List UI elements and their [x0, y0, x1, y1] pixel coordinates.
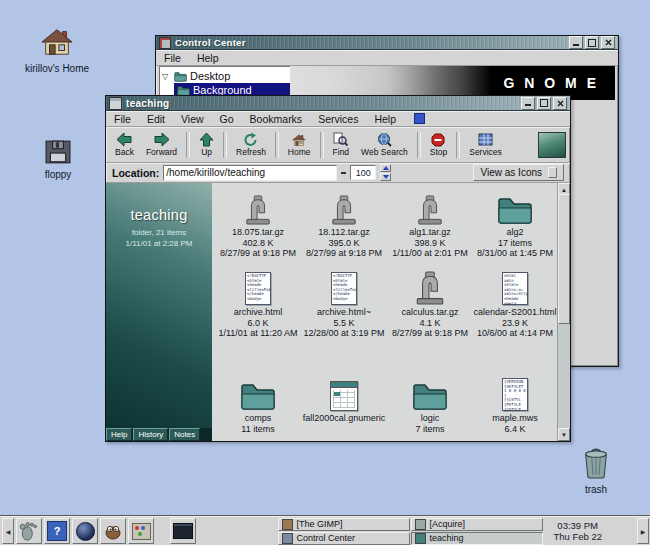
toolbar-separator [320, 132, 324, 158]
vertical-scrollbar[interactable]: ▲ ▼ [557, 183, 570, 441]
task-control-center[interactable]: Control Center [278, 532, 410, 545]
scroll-down-button[interactable]: ▼ [558, 428, 570, 441]
file-size: 395.0 K [328, 238, 359, 249]
menu-file[interactable]: File [106, 112, 139, 126]
launcher-paint[interactable] [128, 518, 154, 544]
file-icon-view[interactable]: 18.075.tar.gz 402.8 K 8/27/99 at 9:18 PM… [212, 183, 570, 441]
home-button[interactable]: Home [283, 130, 316, 160]
launcher-help[interactable]: ? [44, 518, 70, 544]
titlebar[interactable]: teaching [106, 96, 570, 111]
scrollbar-thumb[interactable] [558, 194, 570, 324]
minimize-button[interactable] [569, 36, 583, 49]
stop-button[interactable]: Stop [425, 130, 453, 160]
desktop-icon-home[interactable]: kirillov's Home [22, 26, 92, 74]
gimp-icon [282, 519, 293, 530]
file-size: 7 items [415, 424, 444, 435]
zoom-up-button[interactable] [380, 164, 391, 172]
window-title: Control Center [175, 37, 246, 48]
zoom-down-button[interactable] [380, 173, 391, 181]
file-name: alg2 [506, 227, 523, 238]
maximize-button[interactable] [585, 36, 599, 49]
menu-view[interactable]: View [173, 112, 212, 126]
toolbar-separator [223, 132, 227, 158]
menu-edit[interactable]: Edit [139, 112, 173, 126]
expander-icon[interactable]: ▽ [162, 72, 171, 81]
file-name: 18.075.tar.gz [232, 227, 284, 238]
up-button[interactable]: Up [194, 130, 219, 160]
file-item[interactable]: {VERSION {USTYLET 1 0 0 0 0 } }{CSTYL {P… [473, 375, 557, 434]
panel-hide-right-button[interactable]: ▶ [637, 518, 649, 544]
launcher-gimp[interactable] [100, 518, 126, 544]
file-item[interactable]: <html xmln <html> xmlns:x= xmlns=http <h… [473, 269, 557, 339]
forward-button[interactable]: Forward [141, 130, 182, 160]
minimize-button[interactable] [521, 97, 535, 110]
window-icon [159, 37, 171, 49]
menu-bookmarks[interactable]: Bookmarks [242, 112, 311, 126]
titlebar[interactable]: Control Center [156, 36, 618, 50]
menu-file[interactable]: File [156, 51, 189, 65]
desktop-icon-label: kirillov's Home [22, 63, 92, 74]
dropdown-indicator-icon [548, 167, 557, 178]
menubar: File Help [156, 50, 618, 66]
task-the-gimp[interactable]: [The GIMP] [278, 518, 410, 531]
forward-icon [154, 132, 170, 147]
services-button[interactable]: Services [464, 130, 507, 160]
launcher-terminal[interactable] [170, 518, 196, 544]
location-input[interactable] [163, 165, 337, 181]
toolbar-separator [417, 132, 421, 158]
tree-item-desktop[interactable]: ▽ Desktop [162, 69, 292, 83]
file-date: 8/27/99 at 9:18 PM [306, 248, 382, 259]
file-item[interactable]: 18.112.tar.gz 395.0 K 8/27/99 at 9:18 PM [302, 189, 386, 259]
tab-history[interactable]: History [133, 428, 168, 441]
menu-services[interactable]: Services [310, 112, 366, 126]
task-teaching[interactable]: teaching [411, 532, 543, 545]
file-date: 8/27/99 at 9:18 PM [392, 328, 468, 339]
menu-go[interactable]: Go [212, 112, 242, 126]
magnifier-icon [333, 132, 348, 147]
file-name: calculus.tar.gz [401, 307, 458, 318]
close-icon [557, 100, 564, 107]
toolbar-separator [186, 132, 190, 158]
globe-icon [76, 522, 95, 541]
close-button[interactable] [553, 97, 567, 110]
tab-notes[interactable]: Notes [169, 428, 200, 441]
panel-hide-left-button[interactable]: ◀ [2, 518, 14, 544]
menu-help[interactable]: Help [366, 112, 404, 126]
file-size: 398.9 K [414, 238, 445, 249]
file-size: 17 items [498, 238, 532, 249]
maximize-button[interactable] [537, 97, 551, 110]
file-item[interactable]: alg1.tar.gz 398.9 K 1/11/00 at 2:01 PM [388, 189, 472, 259]
launcher-browser[interactable] [72, 518, 98, 544]
main-menu-button[interactable] [16, 518, 42, 544]
left-arrow-icon: ◀ [6, 528, 11, 535]
web-search-button[interactable]: Web Search [356, 130, 413, 160]
clock-applet[interactable]: 03:39 PM Thu Feb 22 [553, 520, 602, 542]
desktop-icon-trash[interactable]: trash [568, 448, 624, 495]
file-size: 4.1 K [419, 318, 440, 329]
refresh-button[interactable]: Refresh [231, 130, 271, 160]
menu-help[interactable]: Help [189, 51, 227, 65]
find-button[interactable]: Find [328, 130, 355, 160]
desktop-icon-floppy[interactable]: floppy [30, 140, 86, 180]
file-size: 6.4 K [504, 424, 525, 435]
up-icon [199, 132, 214, 147]
file-item[interactable]: <!DOCTYF <html> <head> <title>Tool </hea… [302, 269, 386, 339]
file-item[interactable]: logic 7 items [388, 375, 472, 434]
file-item[interactable]: alg2 17 items 8/31/00 at 1:45 PM [473, 189, 557, 259]
stop-icon [431, 132, 445, 147]
back-button[interactable]: Back [110, 130, 139, 160]
view-mode-dropdown[interactable]: View as Icons [473, 164, 564, 181]
task-acquire[interactable]: [Acquire] [411, 518, 543, 531]
file-item[interactable]: fall2000cal.gnumeric [302, 375, 386, 424]
globe-magnifier-icon [377, 132, 392, 147]
home-icon [38, 26, 76, 58]
file-item[interactable]: <!DOCTYF <html> <head> <title>Publ </hea… [216, 269, 300, 339]
file-item[interactable]: calculus.tar.gz 4.1 K 8/27/99 at 9:18 PM [388, 269, 472, 339]
tab-help[interactable]: Help [106, 428, 132, 441]
file-item[interactable]: 18.075.tar.gz 402.8 K 8/27/99 at 9:18 PM [216, 189, 300, 259]
close-button[interactable] [601, 36, 615, 49]
close-icon [605, 39, 612, 46]
zoom-value[interactable]: 100 [350, 165, 376, 180]
up-arrow-icon: ▲ [561, 187, 567, 193]
file-item[interactable]: comps 11 items [216, 375, 300, 434]
